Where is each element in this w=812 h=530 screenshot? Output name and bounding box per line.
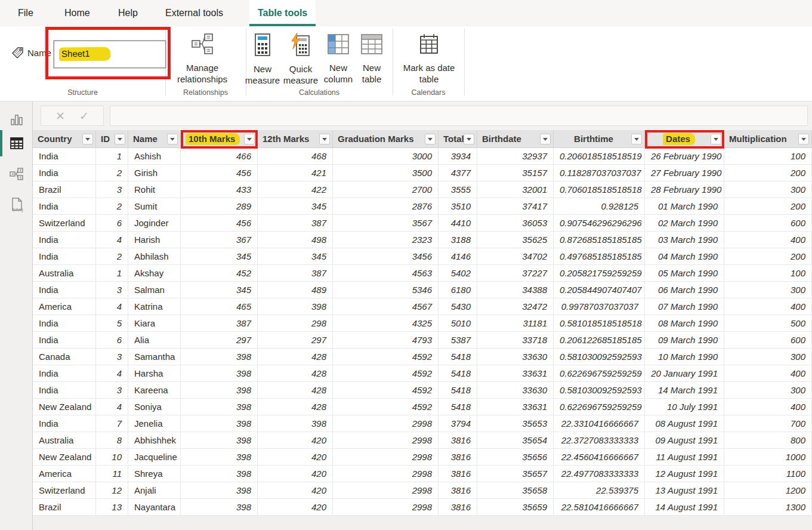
table-cell[interactable]: Akshay — [128, 265, 181, 282]
table-cell[interactable]: 36053 — [477, 215, 554, 232]
table-cell[interactable]: 34702 — [477, 248, 554, 265]
table-cell[interactable]: 35654 — [477, 432, 554, 449]
table-cell[interactable]: 345 — [181, 282, 258, 298]
table-cell[interactable]: 4 — [96, 232, 128, 248]
table-cell[interactable]: 12 August 1991 — [645, 466, 724, 482]
table-cell[interactable]: India — [33, 382, 96, 399]
quick-measure-button[interactable]: Quick measure — [281, 32, 320, 86]
table-cell[interactable]: 0.581018518518518 — [554, 315, 645, 332]
table-cell[interactable]: Soniya — [128, 399, 181, 415]
table-cell[interactable]: 297 — [258, 332, 333, 349]
table-cell[interactable]: 22.539375 — [554, 482, 645, 499]
table-cell[interactable]: Ashish — [128, 148, 181, 165]
table-cell[interactable]: 400 — [724, 298, 812, 315]
table-cell[interactable]: 300 — [724, 282, 812, 298]
table-cell[interactable]: 200 — [724, 165, 812, 181]
table-cell[interactable]: 400 — [724, 399, 812, 415]
table-cell[interactable]: 4567 — [333, 298, 439, 315]
table-cell[interactable]: 600 — [724, 332, 812, 349]
column-filter-dropdown[interactable] — [319, 134, 330, 144]
table-cell[interactable]: 2876 — [333, 198, 439, 215]
table-cell[interactable]: 0.907546296296296 — [554, 215, 645, 232]
table-cell[interactable]: 2700 — [333, 181, 439, 198]
table-cell[interactable]: 0.99787037037037 — [554, 298, 645, 315]
table-cell[interactable]: 297 — [181, 332, 258, 349]
table-cell[interactable]: 32001 — [477, 181, 554, 198]
table-cell[interactable]: Shreya — [128, 466, 181, 482]
table-cell[interactable]: 0.497685185185185 — [554, 248, 645, 265]
table-cell[interactable]: 35653 — [477, 415, 554, 432]
column-header[interactable]: Graduation Marks — [333, 130, 439, 148]
table-cell[interactable]: 428 — [258, 349, 333, 365]
table-cell[interactable]: 28 February 1990 — [645, 181, 724, 198]
table-cell[interactable]: 428 — [258, 399, 333, 415]
table-cell[interactable]: 3510 — [439, 198, 477, 215]
table-cell[interactable]: 37227 — [477, 265, 554, 282]
table-cell[interactable]: 452 — [181, 265, 258, 282]
table-cell[interactable]: India — [33, 248, 96, 265]
table-cell[interactable]: 398 — [181, 482, 258, 499]
column-header[interactable]: ID — [96, 130, 128, 148]
table-cell[interactable]: 700 — [724, 415, 812, 432]
table-cell[interactable]: 35656 — [477, 449, 554, 466]
table-cell[interactable]: 1000 — [724, 449, 812, 466]
table-cell[interactable]: 2998 — [333, 415, 439, 432]
table-cell[interactable]: India — [33, 198, 96, 215]
table-cell[interactable]: 5418 — [439, 365, 477, 382]
table-cell[interactable]: 420 — [258, 482, 333, 499]
column-filter-dropdown[interactable] — [167, 134, 178, 144]
table-cell[interactable]: India — [33, 365, 96, 382]
sidebar-item-report-view[interactable] — [0, 106, 33, 132]
table-cell[interactable]: 0.581030092592593 — [554, 382, 645, 399]
column-header[interactable]: Country — [33, 130, 96, 148]
tab-help[interactable]: Help — [110, 0, 146, 26]
table-cell[interactable]: 5010 — [439, 315, 477, 332]
table-cell[interactable]: 200 — [724, 198, 812, 215]
table-cell[interactable]: 1100 — [724, 466, 812, 482]
table-cell[interactable]: 07 March 1990 — [645, 298, 724, 315]
table-cell[interactable]: America — [33, 298, 96, 315]
table-cell[interactable]: 32937 — [477, 148, 554, 165]
table-cell[interactable]: 398 — [181, 466, 258, 482]
table-cell[interactable]: Abhishhek — [128, 432, 181, 449]
table-cell[interactable]: 3500 — [333, 165, 439, 181]
table-cell[interactable]: 0.622696759259259 — [554, 365, 645, 382]
column-filter-dropdown[interactable] — [798, 134, 809, 144]
table-cell[interactable]: 22.4977083333333 — [554, 466, 645, 482]
table-cell[interactable]: 5430 — [439, 298, 477, 315]
table-cell[interactable]: 3934 — [439, 148, 477, 165]
table-cell[interactable]: 489 — [258, 282, 333, 298]
table-cell[interactable]: 37417 — [477, 198, 554, 215]
table-cell[interactable]: Australia — [33, 265, 96, 282]
column-header[interactable]: 12th Marks — [258, 130, 333, 148]
table-cell[interactable]: 422 — [258, 181, 333, 198]
table-cell[interactable]: 468 — [258, 148, 333, 165]
table-cell[interactable]: 35157 — [477, 165, 554, 181]
table-cell[interactable]: Brazil — [33, 181, 96, 198]
table-cell[interactable]: 0.581030092592593 — [554, 349, 645, 365]
table-cell[interactable]: 3 — [96, 181, 128, 198]
table-cell[interactable]: 10 March 1990 — [645, 349, 724, 365]
table-cell[interactable]: 400 — [724, 365, 812, 382]
table-cell[interactable]: 4592 — [333, 382, 439, 399]
table-cell[interactable]: 3567 — [333, 215, 439, 232]
cancel-icon[interactable]: ✕ — [55, 109, 65, 123]
table-cell[interactable]: 398 — [181, 349, 258, 365]
table-cell[interactable]: 289 — [181, 198, 258, 215]
column-header[interactable]: Name — [128, 130, 181, 148]
table-cell[interactable]: Anjali — [128, 482, 181, 499]
table-cell[interactable]: 0.205844907407407 — [554, 282, 645, 298]
table-cell[interactable]: 300 — [724, 349, 812, 365]
column-filter-dropdown[interactable] — [540, 134, 551, 144]
new-table-button[interactable]: New table — [356, 32, 387, 85]
table-cell[interactable]: 2998 — [333, 466, 439, 482]
table-cell[interactable]: 20 January 1991 — [645, 365, 724, 382]
table-cell[interactable]: India — [33, 148, 96, 165]
table-cell[interactable]: 387 — [181, 315, 258, 332]
table-cell[interactable]: 3816 — [439, 466, 477, 482]
table-cell[interactable]: Brazil — [33, 499, 96, 516]
table-cell[interactable]: 398 — [181, 382, 258, 399]
table-cell[interactable]: 0.928125 — [554, 198, 645, 215]
table-cell[interactable]: 1 — [96, 148, 128, 165]
table-cell[interactable]: 4592 — [333, 365, 439, 382]
